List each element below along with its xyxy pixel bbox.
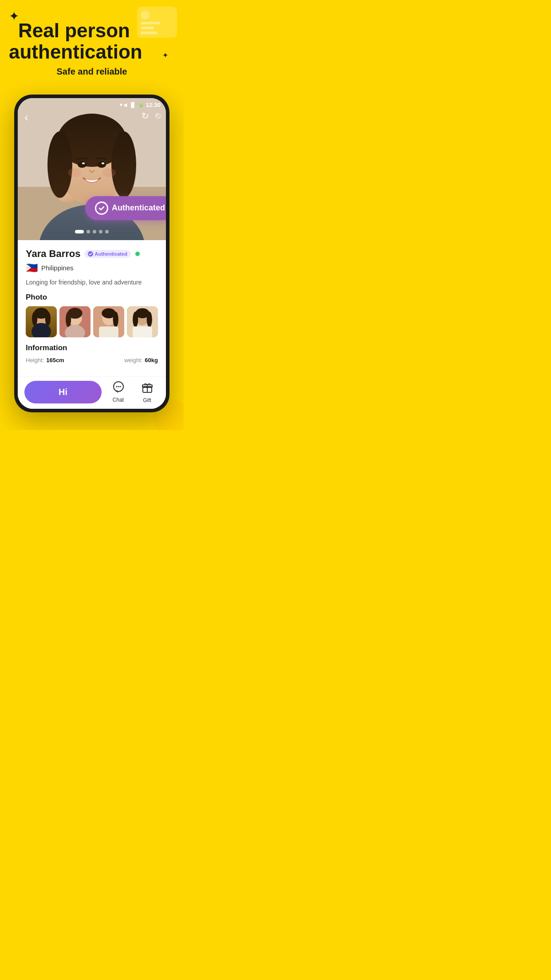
share-button[interactable]: ⎋	[155, 111, 161, 121]
svg-point-14	[82, 162, 85, 164]
badge-verify-icon	[95, 202, 108, 215]
photo-grid	[26, 306, 158, 337]
flag-icon: 🇵🇭	[26, 262, 38, 274]
info-section: Height: 165cm weight: 60kg	[26, 357, 158, 366]
auth-badge-label: Authenticated	[95, 251, 127, 257]
svg-rect-41	[133, 327, 152, 338]
info-section-title: Information	[26, 344, 158, 352]
weight-value: 60kg	[145, 357, 158, 364]
gift-icon	[141, 381, 153, 396]
top-section: ✦ ✦ ✦ Real person authentication Safe an…	[0, 0, 184, 95]
thumb-person-2	[59, 306, 91, 337]
profile-name-row: Yara Barros Authenticated	[26, 248, 158, 260]
svg-point-17	[102, 168, 116, 177]
gift-action[interactable]: Gift	[135, 381, 159, 403]
svg-point-12	[78, 162, 87, 168]
phone-container: ▼◀ ▐▌ 🔋 12:30	[14, 95, 169, 413]
dot-4	[99, 230, 102, 233]
refresh-button[interactable]: ↻	[142, 111, 149, 121]
svg-point-40	[147, 312, 152, 328]
thumb-person-4	[127, 306, 158, 337]
online-indicator	[135, 252, 140, 256]
height-value: 165cm	[46, 357, 64, 364]
dot-1	[75, 230, 84, 233]
sparkle-icon-3: ✦	[162, 51, 168, 59]
svg-rect-35	[99, 327, 118, 338]
bottom-bar: Hi Chat	[18, 376, 166, 409]
svg-point-45	[119, 386, 121, 387]
svg-point-39	[133, 312, 138, 328]
authenticated-badge-overlay: Authenticated	[85, 196, 166, 220]
gift-label: Gift	[143, 397, 151, 403]
photo-thumb-2[interactable]	[59, 306, 91, 337]
id-card-circle	[141, 11, 150, 20]
id-card-line-3	[141, 32, 157, 34]
page-wrapper: ✦ ✦ ✦ Real person authentication Safe an…	[0, 0, 184, 430]
chat-icon	[112, 381, 125, 395]
hero-subtitle: Safe and reliable	[9, 67, 175, 77]
checkmark-icon	[98, 205, 105, 211]
photo-indicators	[75, 230, 109, 233]
id-card-decoration	[137, 7, 177, 38]
thumb-person-3	[93, 306, 124, 337]
photo-thumb-1[interactable]	[26, 306, 57, 337]
svg-point-29	[66, 312, 71, 328]
nav-actions: ↻ ⎋	[142, 111, 161, 121]
id-card-line-1	[141, 22, 160, 24]
height-row: Height: 165cm	[26, 357, 64, 364]
svg-point-34	[113, 312, 118, 328]
svg-point-16	[68, 168, 81, 177]
photo-thumb-4[interactable]	[127, 306, 158, 337]
chat-svg-icon	[112, 381, 125, 393]
dot-2	[87, 230, 90, 233]
signal-icon: ▐▌	[129, 102, 136, 107]
weight-label: weight:	[124, 357, 142, 364]
svg-point-23	[32, 312, 37, 326]
status-time: 12:30	[146, 102, 161, 108]
weight-row: weight: 60kg	[124, 357, 158, 364]
hi-button[interactable]: Hi	[24, 381, 102, 403]
battery-icon: 🔋	[138, 103, 144, 107]
profile-name: Yara Barros	[26, 248, 81, 260]
height-label: Height:	[26, 357, 44, 364]
profile-bio: Longing for friendship, love and adventu…	[26, 278, 158, 287]
back-button[interactable]: ‹	[24, 111, 28, 124]
svg-point-18	[88, 251, 93, 257]
svg-point-43	[116, 386, 117, 387]
bottom-decoration	[0, 412, 184, 430]
svg-point-15	[102, 162, 104, 164]
dot-3	[93, 230, 96, 233]
photos-section-title: Photo	[26, 293, 158, 302]
gift-svg-icon	[141, 381, 153, 393]
id-card-line-2	[141, 27, 154, 29]
profile-photo-area: ▼◀ ▐▌ 🔋 12:30	[18, 98, 166, 240]
chat-label: Chat	[113, 397, 124, 403]
phone-mockup: ▼◀ ▐▌ 🔋 12:30	[14, 95, 169, 413]
auth-check-icon	[88, 251, 93, 257]
auth-badge-small: Authenticated	[84, 250, 131, 258]
photo-thumb-3[interactable]	[93, 306, 124, 337]
chat-action[interactable]: Chat	[106, 381, 130, 403]
thumb-person-1	[26, 306, 57, 337]
svg-point-44	[118, 386, 119, 387]
sparkle-icon-2: ✦	[28, 28, 32, 34]
phone-inner: ▼◀ ▐▌ 🔋 12:30	[18, 98, 166, 409]
svg-point-10	[47, 131, 72, 198]
dot-5	[105, 230, 109, 233]
wifi-icon: ▼◀	[118, 102, 127, 108]
svg-point-24	[45, 312, 51, 326]
svg-point-11	[111, 131, 136, 198]
profile-location: 🇵🇭 Philippines	[26, 262, 158, 274]
location-text: Philippines	[41, 264, 74, 272]
sparkle-icon-1: ✦	[9, 9, 19, 24]
badge-check-inner	[96, 203, 107, 213]
svg-point-13	[97, 162, 106, 168]
badge-authenticated-text: Authenticated	[112, 203, 165, 213]
profile-info: Yara Barros Authenticated	[18, 240, 166, 376]
